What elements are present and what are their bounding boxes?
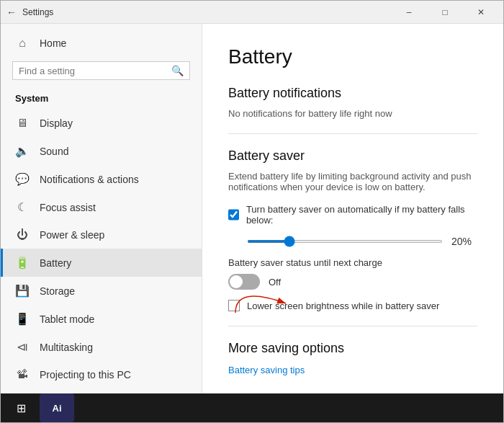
divider-1 <box>228 133 477 134</box>
slider-value-label: 20% <box>451 236 477 247</box>
sidebar-item-sound[interactable]: 🔈 Sound <box>1 137 202 165</box>
ai-button[interactable]: Ai <box>40 393 74 422</box>
search-box: 🔍 <box>12 61 190 80</box>
battery-icon: 🔋 <box>15 256 30 270</box>
sidebar-item-label: Notifications & actions <box>40 174 139 185</box>
battery-toggle[interactable] <box>228 274 260 290</box>
sidebar-nav: ⌂ Home 🔍 System 🖥 Display 🔈 Sound � <box>1 24 202 393</box>
sidebar-item-battery[interactable]: 🔋 Battery <box>1 249 202 277</box>
page-title: Battery <box>228 45 477 68</box>
notifications-section-title: Battery notifications <box>228 86 477 101</box>
start-button[interactable]: ⊞ <box>4 393 38 422</box>
focus-icon: ☾ <box>15 200 30 214</box>
search-input[interactable] <box>19 66 171 76</box>
tablet-icon: 📱 <box>15 312 30 326</box>
sidebar-item-notifications[interactable]: 💬 Notifications & actions <box>1 165 202 193</box>
search-icon[interactable]: 🔍 <box>171 65 184 76</box>
brightness-row: Lower screen brightness while in battery… <box>228 300 477 311</box>
auto-saver-checkbox[interactable] <box>228 209 239 221</box>
toggle-status-label: Off <box>269 277 281 288</box>
main-panel: Battery Battery notifications No notific… <box>202 24 503 393</box>
power-icon: ⏻ <box>15 228 30 241</box>
auto-saver-label: Turn battery saver on automatically if m… <box>246 204 477 226</box>
notifications-icon: 💬 <box>15 172 30 186</box>
multitasking-icon: ⧏ <box>15 340 30 354</box>
sidebar-item-focus[interactable]: ☾ Focus assist <box>1 193 202 221</box>
battery-toggle-row: Off <box>228 274 477 290</box>
sidebar-item-projecting[interactable]: 📽 Projecting to this PC <box>1 361 202 388</box>
storage-icon: 💾 <box>15 284 30 298</box>
battery-saver-desc: Extend battery life by limiting backgrou… <box>228 171 477 192</box>
home-icon: ⌂ <box>15 37 30 50</box>
sidebar-item-label: Focus assist <box>40 202 96 213</box>
back-icon[interactable]: ← <box>6 6 17 18</box>
titlebar-left: ← Settings <box>6 6 53 18</box>
sidebar-item-power[interactable]: ⏻ Power & sleep <box>1 221 202 249</box>
sidebar-item-label: Sound <box>40 146 68 157</box>
divider-2 <box>228 326 477 326</box>
settings-window: ← Settings – □ ✕ ⌂ Home 🔍 System <box>0 0 504 423</box>
sidebar-item-display[interactable]: 🖥 Display <box>1 110 202 137</box>
home-label: Home <box>40 37 66 49</box>
toggle-slider <box>228 274 260 290</box>
titlebar-title: Settings <box>22 7 53 17</box>
maximize-button[interactable]: □ <box>428 1 462 24</box>
sidebar-item-label: Multitasking <box>40 342 93 353</box>
sidebar-item-multitasking[interactable]: ⧏ Multitasking <box>1 333 202 361</box>
sound-icon: 🔈 <box>15 144 30 158</box>
battery-slider-row: 20% <box>228 236 477 247</box>
sidebar: ⌂ Home 🔍 System 🖥 Display 🔈 Sound � <box>1 24 202 393</box>
close-button[interactable]: ✕ <box>464 1 498 24</box>
notifications-section-desc: No notifications for battery life right … <box>228 108 477 119</box>
sidebar-item-label: Tablet mode <box>40 313 94 325</box>
projecting-icon: 📽 <box>15 368 30 381</box>
sidebar-item-label: Projecting to this PC <box>40 369 131 380</box>
sidebar-item-label: Display <box>40 117 73 129</box>
more-options-title: More saving options <box>228 341 477 356</box>
brightness-label: Lower screen brightness while in battery… <box>247 300 439 311</box>
sidebar-item-home[interactable]: ⌂ Home <box>1 30 202 57</box>
minimize-button[interactable]: – <box>392 1 426 24</box>
display-icon: 🖥 <box>15 117 30 130</box>
sidebar-section-label: System <box>1 89 202 110</box>
sidebar-item-label: Battery <box>40 257 71 269</box>
battery-saver-title: Battery saver <box>228 148 477 164</box>
battery-slider[interactable] <box>247 240 443 243</box>
battery-tips-link[interactable]: Battery saving tips <box>228 365 305 375</box>
taskbar: ⊞ Ai <box>1 393 503 422</box>
titlebar-controls: – □ ✕ <box>392 1 498 24</box>
content-area: ⌂ Home 🔍 System 🖥 Display 🔈 Sound � <box>1 24 503 393</box>
sidebar-item-label: Storage <box>40 285 75 297</box>
sidebar-item-label: Power & sleep <box>40 229 104 241</box>
auto-saver-row: Turn battery saver on automatically if m… <box>228 204 477 226</box>
sidebar-item-storage[interactable]: 💾 Storage <box>1 277 202 305</box>
battery-status-label: Battery saver status until next charge <box>228 257 477 268</box>
brightness-container: Lower screen brightness while in battery… <box>228 300 477 311</box>
brightness-checkbox[interactable] <box>228 300 240 311</box>
titlebar: ← Settings – □ ✕ <box>1 1 503 24</box>
sidebar-item-tablet[interactable]: 📱 Tablet mode <box>1 305 202 333</box>
